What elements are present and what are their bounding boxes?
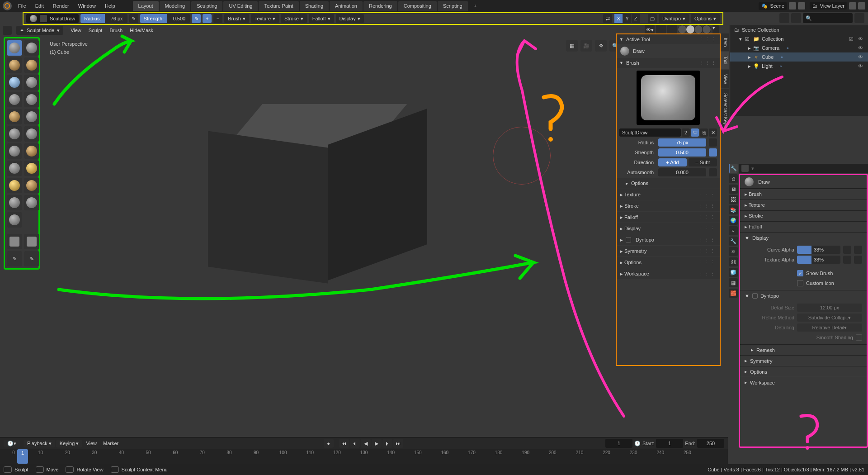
- mirror-z-button[interactable]: Z: [632, 14, 640, 23]
- tool-grab[interactable]: [24, 143, 39, 159]
- strength-pressure-icon[interactable]: ✎: [192, 14, 201, 23]
- brush-datablock[interactable]: SculptDraw: [26, 14, 79, 23]
- np-falloff-header[interactable]: ▸ Falloff⋮⋮⋮: [617, 212, 720, 223]
- proptab-4[interactable]: 📚: [729, 205, 738, 214]
- tool-box-mask[interactable]: [24, 234, 39, 249]
- tool-draw[interactable]: [7, 40, 22, 56]
- viewport-menu-brush[interactable]: Brush: [107, 27, 125, 34]
- outliner-item-light[interactable]: ▸💡Light▫👁: [730, 62, 868, 71]
- brush-browse-icon[interactable]: [40, 15, 47, 22]
- tool-nudge[interactable]: [7, 195, 22, 210]
- np-texture-header[interactable]: ▸ Texture⋮⋮⋮: [617, 189, 720, 200]
- texture-dropdown[interactable]: Texture ▾: [251, 14, 279, 23]
- display-dropdown[interactable]: Display ▾: [336, 14, 364, 23]
- np-add-button[interactable]: + Add: [658, 158, 687, 166]
- brush-name-field[interactable]: SculptDraw: [50, 16, 75, 21]
- proptab-10[interactable]: 🧊: [729, 268, 738, 277]
- np-options-header[interactable]: ▸ Options⋮⋮⋮: [617, 257, 720, 268]
- tool-clay-strips[interactable]: [24, 57, 39, 73]
- workspace-tab-modeling[interactable]: Modeling: [160, 1, 191, 11]
- props-workspace-header[interactable]: ▸ Workspace: [740, 377, 867, 388]
- mode-selector[interactable]: ✦Sculpt Mode▾: [16, 26, 63, 35]
- workspace-tab-scripting[interactable]: Scripting: [438, 1, 468, 11]
- curve-alpha-preview-icon[interactable]: [854, 246, 862, 254]
- proptab-7[interactable]: 🔧: [729, 237, 738, 246]
- curve-alpha-pin-icon[interactable]: [843, 246, 851, 254]
- tool-clay[interactable]: [7, 57, 22, 73]
- jump-start-icon[interactable]: ⏮: [339, 439, 349, 448]
- proptab-6[interactable]: ▿: [729, 226, 738, 235]
- props-falloff-header[interactable]: ▸ Falloff: [740, 221, 867, 232]
- direction-add-icon[interactable]: +: [203, 14, 212, 23]
- tool-pose[interactable]: [24, 178, 39, 193]
- proptab-1[interactable]: 🖨: [729, 174, 738, 183]
- editor-type-icon[interactable]: [779, 13, 789, 23]
- tool-layer[interactable]: [7, 75, 22, 90]
- workspace-tab-rendering[interactable]: Rendering: [363, 1, 397, 11]
- refine-method-value[interactable]: Subdivide Collap.. ▾: [797, 314, 862, 322]
- solid-shading-icon[interactable]: [686, 25, 695, 34]
- tool-snake-hook[interactable]: [24, 161, 39, 176]
- dyntopo-dropdown[interactable]: Dyntopo▾: [659, 14, 689, 23]
- np-sub-button[interactable]: – Subt: [689, 158, 717, 166]
- eye-icon[interactable]: 👁: [858, 54, 864, 60]
- tl-playback[interactable]: Playback ▾: [24, 440, 55, 447]
- autokey-icon[interactable]: ●: [324, 439, 334, 448]
- falloff-dropdown[interactable]: Falloff ▾: [309, 14, 334, 23]
- strength-field[interactable]: Strength: 0.500: [140, 14, 190, 23]
- new-scene-icon[interactable]: [789, 2, 796, 10]
- viewport-cube-mesh[interactable]: [208, 104, 389, 285]
- tool-rotate[interactable]: [24, 195, 39, 210]
- tool-flatten[interactable]: [24, 109, 39, 124]
- viewport-menu-view[interactable]: View: [68, 27, 84, 34]
- brush-name-input[interactable]: SculptDraw: [619, 128, 681, 137]
- collection-eye-icon[interactable]: 👁: [858, 36, 864, 42]
- workspace-tab-animation[interactable]: Animation: [330, 1, 363, 11]
- unlink-brush-icon[interactable]: ✕: [709, 128, 717, 137]
- np-strength-value[interactable]: 0.500: [658, 148, 706, 157]
- editor-type-icon[interactable]: [3, 26, 12, 35]
- tool-pinch[interactable]: [7, 143, 22, 159]
- props-texture-header[interactable]: ▸ Texture: [740, 200, 867, 210]
- custom-icon-checkbox[interactable]: [797, 280, 803, 286]
- wireframe-shading-icon[interactable]: [678, 25, 687, 34]
- play-reverse-icon[interactable]: ◀: [361, 439, 371, 448]
- tl-view[interactable]: View: [83, 440, 99, 447]
- np-radius-value[interactable]: 76 px: [658, 138, 706, 147]
- np-workspace-header[interactable]: ▸ Workspace⋮⋮⋮: [617, 268, 720, 279]
- np-dyntopo-header[interactable]: ▸ Dyntopo⋮⋮⋮: [617, 234, 720, 245]
- play-icon[interactable]: ▶: [372, 439, 382, 448]
- workspace-tab-compositing[interactable]: Compositing: [398, 1, 437, 11]
- props-remesh-header[interactable]: ▸ Remesh: [740, 344, 867, 355]
- show-brush-checkbox[interactable]: ✓: [797, 270, 803, 276]
- tool-annotate[interactable]: ✎: [24, 251, 39, 266]
- np-options-sub[interactable]: ▸ Options: [617, 178, 720, 189]
- np-symmetry-header[interactable]: ▸ Symmetry⋮⋮⋮: [617, 246, 720, 256]
- ntab-view[interactable]: View: [721, 70, 729, 89]
- viewport-menu-sculpt[interactable]: Sculpt: [86, 27, 105, 34]
- tool-blob[interactable]: [7, 92, 22, 107]
- proptab-3[interactable]: 🖼: [729, 195, 738, 204]
- tool-fill[interactable]: [7, 126, 22, 142]
- props-display-header[interactable]: ▼ Display: [740, 232, 867, 243]
- proptab-5[interactable]: 🌍: [729, 216, 738, 225]
- mirror-y-button[interactable]: Y: [623, 14, 631, 23]
- ntab-item[interactable]: Item: [721, 33, 729, 51]
- menu-edit[interactable]: Edit: [31, 1, 48, 10]
- detailing-value[interactable]: Relative Detail ▾: [797, 323, 862, 332]
- start-frame-input[interactable]: 1: [656, 439, 683, 448]
- props-dyntopo-header[interactable]: ▼ Dyntopo: [740, 290, 867, 301]
- current-frame-input[interactable]: 1: [605, 439, 632, 448]
- radius-field[interactable]: Radius: 76 px: [80, 14, 127, 23]
- ntab-screencast-keys[interactable]: Screencast Keys: [721, 89, 729, 132]
- move-view-icon[interactable]: ✥: [595, 40, 607, 52]
- timeline-editor-type[interactable]: 🕐▾: [4, 440, 20, 447]
- tool-crease[interactable]: [24, 92, 39, 107]
- proptab-12[interactable]: 🧱: [729, 289, 738, 298]
- workspace-tab-shading[interactable]: Shading: [300, 1, 329, 11]
- tex-alpha-preview-icon[interactable]: [854, 256, 862, 264]
- eye-icon[interactable]: 👁: [858, 45, 864, 51]
- keyframe-prev-icon[interactable]: ⏴: [350, 439, 360, 448]
- outliner-scene-collection[interactable]: 🗂Scene Collection: [730, 25, 868, 34]
- mirror-x-button[interactable]: X: [614, 14, 623, 23]
